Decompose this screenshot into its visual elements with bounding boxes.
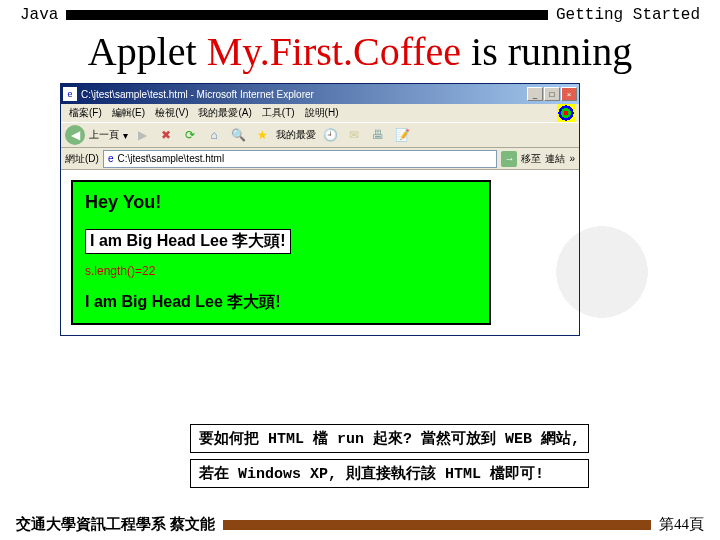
browser-content: Hey You! I am Big Head Lee 李大頭! s.length…	[61, 170, 579, 335]
search-icon[interactable]: 🔍	[228, 125, 248, 145]
slide-title: Applet My.First.Coffee is running	[0, 24, 720, 83]
notes: 要如何把 HTML 檔 run 起來? 當然可放到 WEB 網站, 若在 Win…	[190, 424, 589, 494]
dropdown-icon[interactable]: ▾	[123, 130, 128, 141]
address-label: 網址(D)	[65, 152, 99, 166]
close-button[interactable]: ×	[561, 87, 577, 101]
edit-icon[interactable]: 📝	[392, 125, 412, 145]
applet-boxed-text: I am Big Head Lee 李大頭!	[85, 229, 291, 254]
ie-icon: e	[63, 87, 77, 101]
footer-page: 第44頁	[659, 515, 704, 534]
address-input[interactable]: e C:\jtest\sample\test.html	[103, 150, 498, 168]
menu-view[interactable]: 檢視(V)	[151, 105, 192, 121]
menubar: 檔案(F) 編輯(E) 檢視(V) 我的最愛(A) 工具(T) 說明(H)	[61, 104, 579, 122]
back-label[interactable]: 上一頁	[89, 128, 119, 142]
windows-logo-icon	[557, 104, 575, 122]
go-label[interactable]: 移至	[521, 152, 541, 166]
menu-tools[interactable]: 工具(T)	[258, 105, 299, 121]
header-right: Getting Started	[556, 6, 700, 24]
applet-length-text: s.length()=22	[85, 264, 477, 278]
window-buttons: _ □ ×	[527, 87, 577, 101]
page-icon: e	[108, 153, 114, 164]
note-line1: 要如何把 HTML 檔 run 起來? 當然可放到 WEB 網站,	[190, 424, 589, 453]
applet-plain-text: I am Big Head Lee 李大頭!	[85, 292, 477, 313]
minimize-button[interactable]: _	[527, 87, 543, 101]
footer: 交通大學資訊工程學系 蔡文能 第44頁	[0, 515, 720, 534]
applet-heading: Hey You!	[85, 192, 477, 213]
header-bar	[66, 10, 548, 20]
title-pre: Applet	[88, 29, 207, 74]
menu-help[interactable]: 說明(H)	[301, 105, 343, 121]
forward-icon[interactable]: ▶	[132, 125, 152, 145]
back-icon[interactable]: ◀	[65, 125, 85, 145]
favorites-icon[interactable]: ★	[252, 125, 272, 145]
go-icon[interactable]: →	[501, 151, 517, 167]
refresh-icon[interactable]: ⟳	[180, 125, 200, 145]
titlebar: e C:\jtest\sample\test.html - Microsoft …	[61, 84, 579, 104]
applet-panel: Hey You! I am Big Head Lee 李大頭! s.length…	[71, 180, 491, 325]
stop-icon[interactable]: ✖	[156, 125, 176, 145]
browser-window: e C:\jtest\sample\test.html - Microsoft …	[60, 83, 580, 336]
title-highlight: My.First.Coffee	[207, 29, 461, 74]
links-label[interactable]: 連結	[545, 152, 565, 166]
print-icon[interactable]: 🖶	[368, 125, 388, 145]
toolbar: ◀ 上一頁 ▾ ▶ ✖ ⟳ ⌂ 🔍 ★ 我的最愛 🕘 ✉ 🖶 📝	[61, 122, 579, 148]
title-post: is running	[461, 29, 632, 74]
menu-favorites[interactable]: 我的最愛(A)	[194, 105, 255, 121]
note-line2: 若在 Windows XP, 則直接執行該 HTML 檔即可!	[190, 459, 589, 488]
footer-left: 交通大學資訊工程學系 蔡文能	[16, 515, 215, 534]
footer-bar	[223, 520, 651, 530]
header-left: Java	[20, 6, 58, 24]
links-chevron-icon[interactable]: »	[569, 153, 575, 164]
address-value: C:\jtest\sample\test.html	[117, 153, 224, 164]
maximize-button[interactable]: □	[544, 87, 560, 101]
favorites-label[interactable]: 我的最愛	[276, 128, 316, 142]
menu-edit[interactable]: 編輯(E)	[108, 105, 149, 121]
slide-header: Java Getting Started	[0, 0, 720, 24]
window-title: C:\jtest\sample\test.html - Microsoft In…	[81, 89, 527, 100]
mail-icon[interactable]: ✉	[344, 125, 364, 145]
history-icon[interactable]: 🕘	[320, 125, 340, 145]
home-icon[interactable]: ⌂	[204, 125, 224, 145]
menu-file[interactable]: 檔案(F)	[65, 105, 106, 121]
address-bar: 網址(D) e C:\jtest\sample\test.html → 移至 連…	[61, 148, 579, 170]
